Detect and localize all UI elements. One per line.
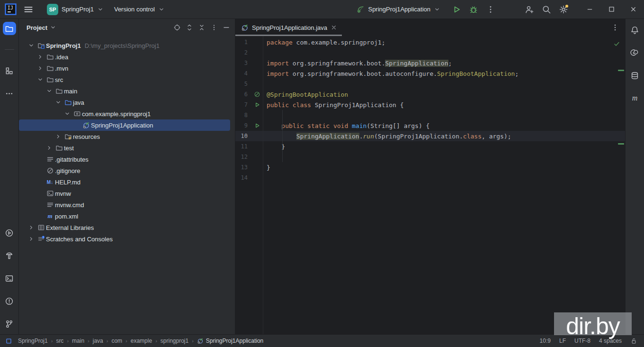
chevron-down-icon[interactable] bbox=[63, 110, 72, 118]
problems-tool-button[interactable] bbox=[3, 294, 16, 308]
tree-item-test[interactable]: test bbox=[19, 142, 230, 154]
chevron-down-icon[interactable] bbox=[54, 99, 63, 106]
tree-item-com-example-springproj1[interactable]: com.example.springproj1 bbox=[19, 108, 230, 119]
tree-item--gitattributes[interactable]: .gitattributes bbox=[19, 154, 230, 165]
caret-position[interactable]: 10:9 bbox=[540, 338, 551, 344]
breadcrumb-item[interactable]: src bbox=[56, 338, 63, 344]
main-menu-icon[interactable] bbox=[23, 4, 34, 15]
code-line[interactable]: 9 public static void main(String[] args)… bbox=[235, 120, 625, 131]
tree-item-pom-xml[interactable]: mpom.xml bbox=[19, 210, 230, 222]
line-separator[interactable]: LF bbox=[559, 338, 566, 344]
breadcrumb-item[interactable]: SpringProj1Application bbox=[197, 338, 263, 344]
search-everywhere-icon[interactable] bbox=[542, 5, 551, 14]
line-number: 6 bbox=[235, 91, 251, 98]
line-number: 11 bbox=[235, 143, 251, 150]
panel-options-button[interactable] bbox=[210, 24, 218, 31]
chevron-right-icon[interactable] bbox=[54, 133, 63, 140]
breadcrumb-item[interactable]: java bbox=[93, 338, 103, 344]
run-button[interactable] bbox=[452, 5, 461, 14]
run-configuration-widget[interactable]: SpringProj1Application bbox=[352, 3, 444, 16]
run-icon[interactable] bbox=[251, 120, 263, 131]
tree-item-springproj1application[interactable]: SpringProj1Application bbox=[19, 119, 230, 131]
ai-assistant-tool-button[interactable] bbox=[628, 46, 642, 59]
minimize-button[interactable] bbox=[579, 0, 600, 19]
tree-item--idea[interactable]: .idea bbox=[19, 51, 230, 63]
database-tool-button[interactable] bbox=[628, 69, 642, 82]
maven-tool-button[interactable]: m bbox=[628, 91, 642, 105]
tab-options-icon[interactable] bbox=[611, 23, 619, 32]
chevron-right-icon[interactable] bbox=[36, 64, 45, 72]
code-line[interactable]: 5 bbox=[235, 79, 625, 89]
app-logo-icon[interactable]: IJ bbox=[5, 3, 17, 15]
code-line[interactable]: 14 bbox=[235, 173, 625, 183]
editor-tab[interactable]: SpringProj1Application.java bbox=[235, 19, 342, 36]
breadcrumb-item[interactable]: SpringProj1 bbox=[18, 338, 48, 344]
code-line[interactable]: 12 bbox=[235, 152, 625, 162]
tree-item-label: Scratches and Consoles bbox=[46, 236, 113, 243]
code-line[interactable]: 2 bbox=[235, 47, 625, 58]
spring-bean-icon[interactable] bbox=[251, 89, 263, 100]
breadcrumb-item[interactable]: springproj1 bbox=[161, 338, 188, 344]
vcs-widget[interactable]: Version control bbox=[110, 4, 169, 15]
breadcrumb-item[interactable]: example bbox=[131, 338, 152, 344]
tree-item-src[interactable]: src bbox=[19, 74, 230, 85]
code-line[interactable]: 8 bbox=[235, 110, 625, 120]
select-opened-file-button[interactable] bbox=[173, 24, 181, 31]
collapse-all-button[interactable] bbox=[198, 24, 206, 31]
code-line[interactable]: 3import org.springframework.boot.SpringA… bbox=[235, 58, 625, 68]
more-tools-button[interactable] bbox=[3, 87, 16, 100]
project-widget[interactable]: SP SpringProj1 bbox=[43, 2, 107, 17]
tree-item--gitignore[interactable]: .gitignore bbox=[19, 165, 230, 176]
chevron-right-icon[interactable] bbox=[27, 235, 36, 243]
expand-all-button[interactable] bbox=[186, 24, 193, 31]
terminal-tool-button[interactable] bbox=[3, 272, 16, 285]
debug-button[interactable] bbox=[469, 5, 478, 14]
settings-icon[interactable] bbox=[559, 5, 568, 14]
tree-item-path: D:\my_projects\SpringProj1 bbox=[85, 42, 160, 49]
code-line[interactable]: 7public class SpringProj1Application { bbox=[235, 100, 625, 110]
hide-panel-button[interactable] bbox=[223, 24, 230, 31]
code-line[interactable]: 11 } bbox=[235, 141, 625, 152]
breadcrumb-item[interactable]: com bbox=[111, 338, 122, 344]
code-line[interactable]: 6@SpringBootApplication bbox=[235, 89, 625, 100]
chevron-right-icon[interactable] bbox=[36, 53, 45, 61]
maximize-button[interactable] bbox=[600, 0, 622, 19]
tree-item-java[interactable]: java bbox=[19, 97, 230, 108]
tree-item--mvn[interactable]: .mvn bbox=[19, 63, 230, 74]
tree-item-help-md[interactable]: M↓HELP.md bbox=[19, 176, 230, 188]
build-tool-button[interactable] bbox=[3, 249, 16, 262]
breadcrumb-item[interactable]: main bbox=[72, 338, 84, 344]
code-line[interactable]: 10 SpringApplication.run(SpringProj1Appl… bbox=[235, 131, 625, 141]
tree-item-mvnw-cmd[interactable]: mvnw.cmd bbox=[19, 199, 230, 210]
project-tool-button[interactable] bbox=[3, 22, 16, 35]
chevron-down-icon[interactable] bbox=[45, 87, 54, 95]
tree-item-main[interactable]: main bbox=[19, 85, 230, 97]
close-tab-icon[interactable] bbox=[331, 24, 337, 31]
notifications-tool-button[interactable] bbox=[628, 23, 642, 37]
code-line[interactable]: 13} bbox=[235, 162, 625, 173]
chevron-down-icon[interactable] bbox=[50, 24, 56, 31]
inspections-ok-icon[interactable] bbox=[613, 40, 620, 47]
tree-item-scratches-and-consoles[interactable]: Scratches and Consoles bbox=[19, 233, 230, 245]
more-actions-icon[interactable] bbox=[486, 5, 495, 14]
tree-item-mvnw[interactable]: mvnw bbox=[19, 188, 230, 199]
run-icon[interactable] bbox=[251, 100, 263, 110]
tree-item-springproj1[interactable]: SpringProj1D:\my_projects\SpringProj1 bbox=[19, 40, 230, 51]
tree-item-external-libraries[interactable]: External Libraries bbox=[19, 222, 230, 233]
code-editor[interactable]: 1package com.example.springproj1;23impor… bbox=[235, 36, 625, 334]
close-button[interactable] bbox=[622, 0, 644, 19]
code-with-me-icon[interactable] bbox=[525, 5, 534, 14]
structure-tool-button[interactable] bbox=[3, 64, 16, 77]
chevron-right-icon[interactable] bbox=[45, 144, 54, 152]
read-write-lock-icon[interactable] bbox=[630, 338, 637, 345]
chevron-down-icon[interactable] bbox=[36, 76, 45, 83]
markdown-icon: M↓ bbox=[45, 178, 55, 186]
code-line[interactable]: 4import org.springframework.boot.autocon… bbox=[235, 68, 625, 79]
chevron-down-icon[interactable] bbox=[27, 42, 36, 49]
chevron-right-icon[interactable] bbox=[27, 224, 36, 231]
code-line[interactable]: 1package com.example.springproj1; bbox=[235, 37, 625, 47]
version-control-tool-button[interactable] bbox=[3, 317, 16, 330]
tree-item-resources[interactable]: resources bbox=[19, 131, 230, 142]
run-tool-button[interactable] bbox=[3, 226, 16, 239]
project-panel-title[interactable]: Project bbox=[27, 24, 47, 31]
